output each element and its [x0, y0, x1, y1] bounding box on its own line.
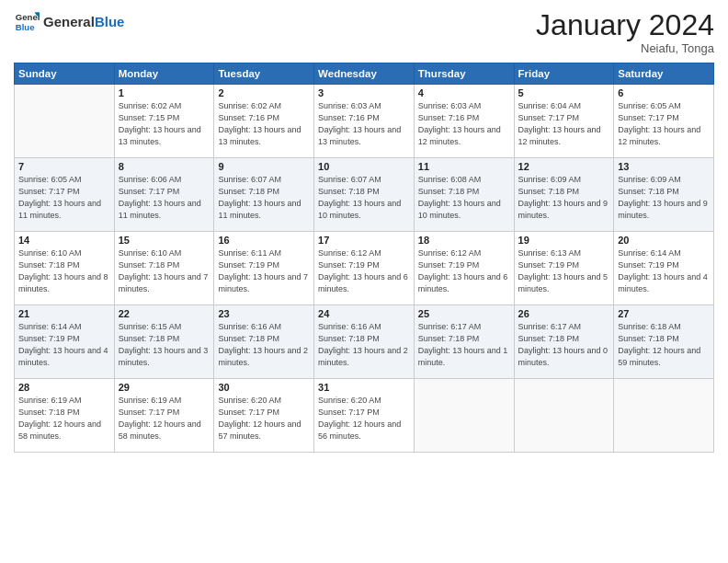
calendar-page: General Blue GeneralBlue January 2024 Ne…: [0, 0, 728, 563]
day-number: 14: [18, 235, 110, 246]
day-number: 13: [618, 161, 710, 172]
day-number: 27: [618, 308, 710, 319]
day-info: Sunrise: 6:08 AMSunset: 7:18 PMDaylight:…: [418, 174, 510, 222]
table-row: [15, 85, 115, 158]
day-info: Sunrise: 6:16 AMSunset: 7:18 PMDaylight:…: [318, 321, 410, 369]
day-number: 29: [119, 382, 210, 393]
day-info: Sunrise: 6:04 AMSunset: 7:17 PMDaylight:…: [518, 100, 610, 148]
table-row: 18Sunrise: 6:12 AMSunset: 7:19 PMDayligh…: [414, 232, 514, 305]
col-monday: Monday: [114, 63, 214, 85]
day-number: 5: [518, 87, 610, 98]
col-friday: Friday: [514, 63, 614, 85]
day-info: Sunrise: 6:12 AMSunset: 7:19 PMDaylight:…: [318, 247, 410, 295]
day-number: 9: [218, 161, 310, 172]
table-row: 29Sunrise: 6:19 AMSunset: 7:17 PMDayligh…: [114, 379, 214, 453]
table-row: 8Sunrise: 6:06 AMSunset: 7:17 PMDaylight…: [114, 158, 214, 232]
day-number: 8: [119, 161, 210, 172]
table-row: 22Sunrise: 6:15 AMSunset: 7:18 PMDayligh…: [114, 305, 214, 379]
day-number: 1: [119, 87, 210, 98]
col-saturday: Saturday: [614, 63, 714, 85]
table-row: 31Sunrise: 6:20 AMSunset: 7:17 PMDayligh…: [314, 379, 415, 453]
logo-blue: Blue: [95, 14, 125, 29]
day-number: 28: [18, 382, 110, 393]
day-info: Sunrise: 6:17 AMSunset: 7:18 PMDaylight:…: [518, 321, 610, 369]
svg-text:Blue: Blue: [16, 22, 35, 32]
table-row: 3Sunrise: 6:03 AMSunset: 7:16 PMDaylight…: [314, 85, 415, 158]
day-number: 2: [218, 87, 310, 98]
table-row: [614, 379, 714, 453]
calendar-week-row: 14Sunrise: 6:10 AMSunset: 7:18 PMDayligh…: [15, 232, 714, 305]
title-area: January 2024 Neiafu, Tonga: [536, 9, 714, 55]
day-number: 20: [618, 235, 710, 246]
day-info: Sunrise: 6:07 AMSunset: 7:18 PMDaylight:…: [218, 174, 310, 222]
table-row: 27Sunrise: 6:18 AMSunset: 7:18 PMDayligh…: [614, 305, 714, 379]
day-info: Sunrise: 6:09 AMSunset: 7:18 PMDaylight:…: [518, 174, 610, 222]
day-number: 26: [518, 308, 610, 319]
table-row: 23Sunrise: 6:16 AMSunset: 7:18 PMDayligh…: [214, 305, 314, 379]
day-info: Sunrise: 6:10 AMSunset: 7:18 PMDaylight:…: [18, 247, 110, 295]
day-info: Sunrise: 6:03 AMSunset: 7:16 PMDaylight:…: [418, 100, 510, 148]
table-row: 16Sunrise: 6:11 AMSunset: 7:19 PMDayligh…: [214, 232, 314, 305]
day-info: Sunrise: 6:19 AMSunset: 7:17 PMDaylight:…: [119, 395, 210, 442]
day-info: Sunrise: 6:05 AMSunset: 7:17 PMDaylight:…: [618, 100, 710, 148]
calendar-header-row: Sunday Monday Tuesday Wednesday Thursday…: [15, 63, 714, 85]
header: General Blue GeneralBlue January 2024 Ne…: [14, 9, 714, 55]
table-row: 5Sunrise: 6:04 AMSunset: 7:17 PMDaylight…: [514, 85, 614, 158]
table-row: 28Sunrise: 6:19 AMSunset: 7:18 PMDayligh…: [15, 379, 115, 453]
logo-text-area: GeneralBlue: [43, 15, 124, 30]
day-number: 11: [418, 161, 510, 172]
day-number: 16: [218, 235, 310, 246]
logo-icon: General Blue: [14, 9, 40, 35]
day-info: Sunrise: 6:06 AMSunset: 7:17 PMDaylight:…: [119, 174, 210, 222]
logo: General Blue GeneralBlue: [14, 9, 124, 35]
day-info: Sunrise: 6:14 AMSunset: 7:19 PMDaylight:…: [18, 321, 110, 369]
table-row: 6Sunrise: 6:05 AMSunset: 7:17 PMDaylight…: [614, 85, 714, 158]
table-row: [514, 379, 614, 453]
table-row: 10Sunrise: 6:07 AMSunset: 7:18 PMDayligh…: [314, 158, 415, 232]
calendar-week-row: 7Sunrise: 6:05 AMSunset: 7:17 PMDaylight…: [15, 158, 714, 232]
day-info: Sunrise: 6:05 AMSunset: 7:17 PMDaylight:…: [18, 174, 110, 222]
day-number: 24: [318, 308, 410, 319]
day-number: 10: [318, 161, 410, 172]
day-number: 3: [318, 87, 410, 98]
day-info: Sunrise: 6:16 AMSunset: 7:18 PMDaylight:…: [218, 321, 310, 369]
table-row: 13Sunrise: 6:09 AMSunset: 7:18 PMDayligh…: [614, 158, 714, 232]
table-row: 11Sunrise: 6:08 AMSunset: 7:18 PMDayligh…: [414, 158, 514, 232]
day-number: 22: [119, 308, 210, 319]
day-number: 25: [418, 308, 510, 319]
day-number: 21: [18, 308, 110, 319]
day-number: 18: [418, 235, 510, 246]
table-row: 1Sunrise: 6:02 AMSunset: 7:15 PMDaylight…: [114, 85, 214, 158]
location: Neiafu, Tonga: [536, 41, 714, 55]
day-number: 6: [618, 87, 710, 98]
day-info: Sunrise: 6:17 AMSunset: 7:18 PMDaylight:…: [418, 321, 510, 369]
table-row: 24Sunrise: 6:16 AMSunset: 7:18 PMDayligh…: [314, 305, 415, 379]
table-row: 9Sunrise: 6:07 AMSunset: 7:18 PMDaylight…: [214, 158, 314, 232]
col-thursday: Thursday: [414, 63, 514, 85]
table-row: 25Sunrise: 6:17 AMSunset: 7:18 PMDayligh…: [414, 305, 514, 379]
col-tuesday: Tuesday: [214, 63, 314, 85]
table-row: 12Sunrise: 6:09 AMSunset: 7:18 PMDayligh…: [514, 158, 614, 232]
table-row: 17Sunrise: 6:12 AMSunset: 7:19 PMDayligh…: [314, 232, 415, 305]
logo-general: General: [43, 14, 95, 29]
day-number: 4: [418, 87, 510, 98]
month-title: January 2024: [536, 9, 714, 41]
day-info: Sunrise: 6:02 AMSunset: 7:15 PMDaylight:…: [119, 100, 210, 148]
day-info: Sunrise: 6:15 AMSunset: 7:18 PMDaylight:…: [119, 321, 210, 369]
table-row: 2Sunrise: 6:02 AMSunset: 7:16 PMDaylight…: [214, 85, 314, 158]
calendar-week-row: 21Sunrise: 6:14 AMSunset: 7:19 PMDayligh…: [15, 305, 714, 379]
table-row: 14Sunrise: 6:10 AMSunset: 7:18 PMDayligh…: [15, 232, 115, 305]
day-info: Sunrise: 6:11 AMSunset: 7:19 PMDaylight:…: [218, 247, 310, 295]
calendar-week-row: 28Sunrise: 6:19 AMSunset: 7:18 PMDayligh…: [15, 379, 714, 453]
day-info: Sunrise: 6:13 AMSunset: 7:19 PMDaylight:…: [518, 247, 610, 295]
table-row: 20Sunrise: 6:14 AMSunset: 7:19 PMDayligh…: [614, 232, 714, 305]
table-row: 7Sunrise: 6:05 AMSunset: 7:17 PMDaylight…: [15, 158, 115, 232]
day-number: 15: [119, 235, 210, 246]
day-info: Sunrise: 6:19 AMSunset: 7:18 PMDaylight:…: [18, 395, 110, 442]
calendar-table: Sunday Monday Tuesday Wednesday Thursday…: [14, 63, 714, 453]
day-info: Sunrise: 6:20 AMSunset: 7:17 PMDaylight:…: [218, 395, 310, 442]
day-number: 12: [518, 161, 610, 172]
table-row: 4Sunrise: 6:03 AMSunset: 7:16 PMDaylight…: [414, 85, 514, 158]
day-info: Sunrise: 6:10 AMSunset: 7:18 PMDaylight:…: [119, 247, 210, 295]
table-row: 26Sunrise: 6:17 AMSunset: 7:18 PMDayligh…: [514, 305, 614, 379]
